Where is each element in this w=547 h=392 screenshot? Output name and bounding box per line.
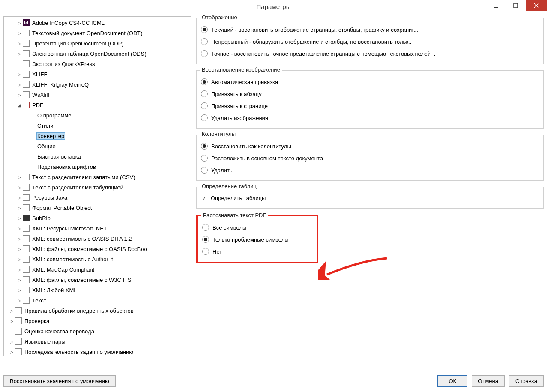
file-type-icon <box>15 348 22 355</box>
radio-ocr-no[interactable]: Нет <box>202 245 312 257</box>
file-type-icon <box>23 225 30 232</box>
tree-item-label: SubRip <box>31 215 51 222</box>
titlebar: Параметры <box>0 0 547 13</box>
radio-icon <box>202 236 209 243</box>
tree-item-label: Последовательность задач по умолчанию <box>24 348 134 356</box>
reset-defaults-button[interactable]: Восстановить значения по умолчанию <box>3 375 116 387</box>
file-type-icon <box>23 81 30 88</box>
expander-icon: ▷ <box>9 349 14 354</box>
tree-item-xml-net[interactable]: ▷XML: Ресурсы Microsoft .NET <box>4 223 191 233</box>
expander-icon <box>30 123 36 128</box>
svg-rect-1 <box>514 3 518 8</box>
radio-disp-cur[interactable]: Текущий - восстановить отображение стран… <box>201 24 539 36</box>
tree-item-pdf-general[interactable]: Общие <box>4 141 191 151</box>
tree-item-pdf-styles[interactable]: Стили <box>4 120 191 131</box>
check-detect-tables[interactable]: ✓ Определить таблицы <box>201 192 539 204</box>
tree-item-pdf-conv[interactable]: Конвертер <box>4 131 191 141</box>
help-button[interactable]: Справка <box>509 375 544 387</box>
window-title: Параметры <box>257 3 291 10</box>
tree-item-pdf-fonts[interactable]: Подстановка шрифтов <box>4 162 191 172</box>
file-type-icon <box>15 317 22 324</box>
file-type-icon <box>23 287 30 293</box>
tree-item-xml-dita[interactable]: ▷XML: совместимость с OASIS DITA 1.2 <box>4 233 191 244</box>
tree-item-label: XML: Ресурсы Microsoft .NET <box>31 225 108 232</box>
ok-button[interactable]: ОК <box>437 375 467 387</box>
file-type-icon <box>23 174 30 180</box>
group-tables-legend: Определение таблиц <box>200 183 258 189</box>
minimize-button[interactable] <box>486 0 506 11</box>
tree-item-label: Ресурсы Java <box>31 194 68 201</box>
tree-item-wsxliff[interactable]: ▷WsXliff <box>4 90 191 100</box>
tree-item-label: Экспорт из QuarkXPress <box>31 60 96 68</box>
file-type-icon <box>23 266 30 273</box>
tree-item-label: XML: совместимость с OASIS DITA 1.2 <box>31 235 133 242</box>
file-type-icon <box>23 215 30 221</box>
radio-label: Привязать к странице <box>211 103 268 109</box>
tree-item-xml-w3c[interactable]: ▷XML: файлы, совместимые с W3C ITS <box>4 275 191 285</box>
check-detect-tables-label: Определить таблицы <box>211 195 266 201</box>
tree-item-qa[interactable]: Оценка качества перевода <box>4 326 191 336</box>
radio-img-del[interactable]: Удалить изображения <box>201 112 539 124</box>
tree-item-xml-madcap[interactable]: ▷XML: MadCap Compliant <box>4 264 191 275</box>
expander-icon: ▷ <box>17 298 22 303</box>
radio-ocr-prob[interactable]: Только проблемные символы <box>202 233 312 245</box>
cancel-button[interactable]: Отмена <box>472 375 505 387</box>
tree-item-xliff[interactable]: ▷XLIFF <box>4 69 191 79</box>
expander-icon: ▷ <box>17 82 22 87</box>
tree-item-subrip[interactable]: ▷SubRip <box>4 213 191 223</box>
expander-icon: ▷ <box>17 236 22 241</box>
radio-hdr-del[interactable]: Удалить <box>201 164 539 176</box>
file-type-icon <box>15 328 22 335</box>
tree-item-csv[interactable]: ▷Текст с разделителями запятыми (CSV) <box>4 172 191 182</box>
radio-label: Автоматическая привязка <box>211 79 278 85</box>
tree-item-java[interactable]: ▷Ресурсы Java <box>4 192 191 203</box>
footer: Восстановить значения по умолчанию ОК От… <box>3 375 544 387</box>
radio-icon <box>202 224 209 231</box>
tree-item-check[interactable]: ▷Проверка <box>4 316 191 326</box>
expander-icon: ▷ <box>9 318 14 323</box>
tree-item-pdf-about[interactable]: О программе <box>4 110 191 120</box>
file-type-icon <box>23 91 30 98</box>
tree-item-rules[interactable]: ▷Правила обработки внедренных объектов <box>4 305 191 316</box>
tree-item-xml-docbook[interactable]: ▷XML: файлы, совместимые с OASIS DocBoo <box>4 244 191 254</box>
tree-item-xml-authorit[interactable]: ▷XML: совместимость с Author-it <box>4 254 191 264</box>
tree-item-odt[interactable]: ▷Текстовый документ OpenDocument (ODT) <box>4 28 191 38</box>
radio-label: Точное - восстановить точное представлен… <box>211 51 437 57</box>
radio-disp-cont[interactable]: Непрерывный - обнаружить отображение и с… <box>201 36 539 48</box>
tree-item-label: Конвертер <box>36 132 65 140</box>
tree-item-pdf[interactable]: ◢PDF <box>4 100 191 110</box>
close-button[interactable] <box>526 0 547 11</box>
tree-item-text[interactable]: ▷Текст <box>4 295 191 305</box>
tree-item-lang[interactable]: ▷Языковые пары <box>4 336 191 347</box>
expander-icon: ▷ <box>17 174 22 180</box>
tree-item-qxp[interactable]: Экспорт из QuarkXPress <box>4 59 191 69</box>
tree-item-po[interactable]: ▷Формат Portable Object <box>4 203 191 213</box>
expander-icon <box>30 113 36 118</box>
expander-icon: ▷ <box>17 20 22 25</box>
radio-label: Нет <box>212 248 222 255</box>
tree-item-seq[interactable]: ▷Последовательность задач по умолчанию <box>4 347 191 356</box>
tree-item-icml[interactable]: ▷IdAdobe InCopy CS4-CC ICML <box>4 18 191 28</box>
expander-icon: ◢ <box>17 102 22 108</box>
tree-item-xml-any[interactable]: ▷XML: Любой XML <box>4 285 191 295</box>
tree-scroll[interactable]: ▷IdAdobe InCopy CS4-CC ICML▷Текстовый до… <box>4 17 191 356</box>
radio-hdr-body[interactable]: Расположить в основном тексте документа <box>201 152 539 164</box>
radio-img-auto[interactable]: Автоматическая привязка <box>201 76 539 88</box>
file-type-icon <box>23 50 30 57</box>
tree-item-odp[interactable]: ▷Презентация OpenDocument (ODP) <box>4 38 191 48</box>
tree-item-memoq[interactable]: ▷XLIFF: Kilgray MemoQ <box>4 79 191 90</box>
tree-item-label: XLIFF <box>31 71 48 78</box>
radio-disp-exact[interactable]: Точное - восстановить точное представлен… <box>201 48 539 60</box>
tree-item-tsv[interactable]: ▷Текст с разделителями табуляцией <box>4 182 191 192</box>
radio-img-para[interactable]: Привязать к абзацу <box>201 88 539 100</box>
radio-hdr-restore[interactable]: Восстановить как колонтитулы <box>201 140 539 152</box>
radio-label: Все символы <box>212 224 246 231</box>
tree-panel: ▷IdAdobe InCopy CS4-CC ICML▷Текстовый до… <box>3 16 191 356</box>
tree-item-ods[interactable]: ▷Электронная таблица OpenDocument (ODS) <box>4 48 191 59</box>
maximize-button[interactable] <box>506 0 526 11</box>
radio-label: Удалить <box>211 167 233 174</box>
expander-icon <box>30 133 36 138</box>
radio-img-page[interactable]: Привязать к странице <box>201 100 539 112</box>
radio-ocr-all[interactable]: Все символы <box>202 221 312 233</box>
tree-item-pdf-quick[interactable]: Быстрая вставка <box>4 151 191 162</box>
